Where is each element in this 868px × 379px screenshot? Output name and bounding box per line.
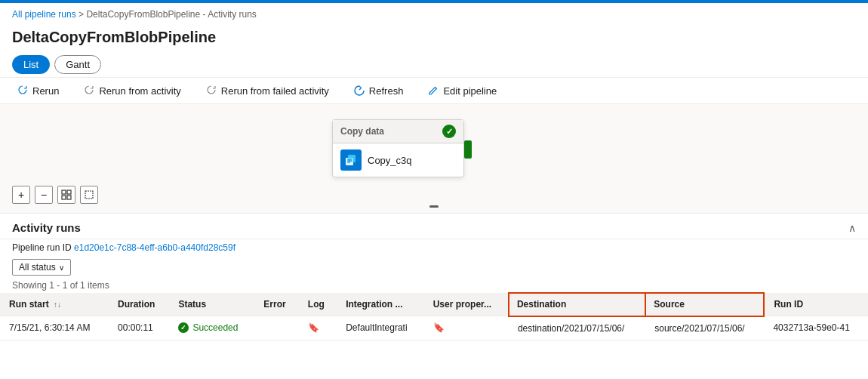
rerun-icon bbox=[17, 85, 29, 97]
breadcrumb: All pipeline runs > DeltaCopyFromBlobPip… bbox=[0, 3, 868, 26]
col-duration: Duration bbox=[109, 293, 169, 316]
tabs-bar: List Gantt bbox=[0, 52, 868, 77]
bookmark-icon[interactable]: 🔖 bbox=[308, 322, 319, 333]
refresh-button[interactable]: Refresh bbox=[349, 82, 408, 99]
tab-list[interactable]: List bbox=[12, 55, 50, 74]
cell-destination: destination/2021/07/15/06/ bbox=[509, 316, 645, 340]
svg-rect-4 bbox=[62, 196, 66, 199]
section-header: Activity runs ∧ bbox=[0, 214, 868, 239]
svg-rect-5 bbox=[67, 196, 71, 199]
cell-source: source/2021/07/15/06/ bbox=[645, 316, 764, 340]
status-success: Succeeded bbox=[178, 322, 245, 333]
collapse-button[interactable]: ∧ bbox=[848, 222, 856, 234]
canvas-area: Copy data Copy_c3q + − bbox=[0, 104, 868, 214]
status-filter-dropdown[interactable]: All status ∨ bbox=[12, 259, 71, 276]
breadcrumb-separator: > bbox=[78, 9, 86, 20]
svg-rect-3 bbox=[67, 190, 71, 194]
col-source: Source bbox=[645, 293, 764, 316]
success-indicator bbox=[442, 125, 456, 138]
copy-data-body: Copy_c3q bbox=[333, 143, 463, 177]
rerun-button[interactable]: Rerun bbox=[12, 82, 63, 99]
cell-duration: 00:00:11 bbox=[109, 316, 169, 340]
edit-pipeline-button[interactable]: Edit pipeline bbox=[423, 82, 501, 99]
copy-activity-icon bbox=[340, 149, 362, 171]
pipeline-run-id-row: Pipeline run ID e1d20e1c-7c88-4eff-a6b0-… bbox=[0, 239, 868, 256]
rerun-from-activity-button[interactable]: Rerun from activity bbox=[78, 82, 185, 99]
fit-selection-button[interactable] bbox=[80, 186, 98, 204]
edit-pipeline-label: Edit pipeline bbox=[443, 85, 497, 97]
cell-log: 🔖 bbox=[299, 316, 337, 340]
status-label: Succeeded bbox=[192, 322, 238, 333]
table-row: 7/15/21, 6:30:14 AM 00:00:11 Succeeded 🔖… bbox=[0, 316, 868, 340]
table-body: 7/15/21, 6:30:14 AM 00:00:11 Succeeded 🔖… bbox=[0, 316, 868, 340]
edit-pipeline-icon bbox=[427, 85, 439, 97]
success-icon bbox=[178, 322, 189, 333]
zoom-out-button[interactable]: − bbox=[35, 186, 53, 204]
sort-icon: ↑↓ bbox=[54, 300, 61, 309]
col-status: Status bbox=[169, 293, 254, 316]
tab-gantt[interactable]: Gantt bbox=[54, 55, 101, 74]
fit-all-button[interactable] bbox=[57, 186, 75, 204]
activity-status-bar bbox=[464, 140, 472, 159]
col-destination: Destination bbox=[509, 293, 645, 316]
chevron-down-icon: ∨ bbox=[59, 263, 64, 272]
col-run-id: Run ID bbox=[764, 293, 868, 316]
copy-data-title: Copy data bbox=[340, 126, 384, 137]
rerun-from-failed-button[interactable]: Rerun from failed activity bbox=[201, 82, 334, 99]
activity-runs-table: Run start ↑↓ Duration Status Error Log I… bbox=[0, 292, 868, 340]
toolbar: Rerun Rerun from activity Rerun from fai… bbox=[0, 77, 868, 104]
col-run-start-label: Run start bbox=[9, 299, 49, 310]
section-title: Activity runs bbox=[12, 221, 81, 234]
section-divider bbox=[426, 196, 442, 213]
col-error: Error bbox=[254, 293, 298, 316]
filter-row: All status ∨ bbox=[0, 256, 868, 279]
rerun-from-activity-icon bbox=[83, 85, 95, 97]
pipeline-run-id-value: e1d20e1c-7c88-4eff-a6b0-a440fd28c59f bbox=[74, 242, 235, 253]
table-header: Run start ↑↓ Duration Status Error Log I… bbox=[0, 293, 868, 316]
refresh-label: Refresh bbox=[369, 85, 404, 97]
svg-rect-2 bbox=[62, 190, 66, 194]
col-run-start[interactable]: Run start ↑↓ bbox=[0, 293, 109, 316]
cell-error bbox=[254, 316, 298, 340]
cell-integration: DefaultIntegrati bbox=[337, 316, 424, 340]
rerun-label: Rerun bbox=[32, 85, 59, 97]
user-props-bookmark-icon[interactable]: 🔖 bbox=[433, 322, 445, 333]
cell-run-id: 4032713a-59e0-41 bbox=[764, 316, 868, 340]
zoom-controls: + − bbox=[12, 186, 98, 204]
rerun-from-activity-label: Rerun from activity bbox=[99, 85, 180, 97]
copy-data-header: Copy data bbox=[333, 120, 463, 143]
cell-user-props: 🔖 bbox=[424, 316, 509, 340]
breadcrumb-current: DeltaCopyFromBlobPipeline - Activity run… bbox=[86, 9, 256, 20]
page-title: DeltaCopyFromBlobPipeline bbox=[0, 26, 868, 52]
showing-text: Showing 1 - 1 of 1 items bbox=[0, 279, 868, 292]
rerun-from-failed-label: Rerun from failed activity bbox=[221, 85, 329, 97]
filter-label: All status bbox=[19, 262, 56, 273]
refresh-icon bbox=[353, 85, 365, 97]
cell-run-start: 7/15/21, 6:30:14 AM bbox=[0, 316, 109, 340]
svg-rect-6 bbox=[85, 191, 93, 199]
col-log: Log bbox=[299, 293, 337, 316]
zoom-in-button[interactable]: + bbox=[12, 186, 30, 204]
copy-data-card[interactable]: Copy data Copy_c3q bbox=[332, 119, 464, 177]
all-pipeline-runs-link[interactable]: All pipeline runs bbox=[12, 9, 76, 20]
copy-activity-label: Copy_c3q bbox=[368, 155, 412, 166]
col-user-props: User proper... bbox=[424, 293, 509, 316]
cell-status: Succeeded bbox=[169, 316, 254, 340]
col-integration: Integration ... bbox=[337, 293, 424, 316]
activity-runs-section: Activity runs ∧ Pipeline run ID e1d20e1c… bbox=[0, 214, 868, 340]
rerun-from-failed-icon bbox=[205, 85, 217, 97]
